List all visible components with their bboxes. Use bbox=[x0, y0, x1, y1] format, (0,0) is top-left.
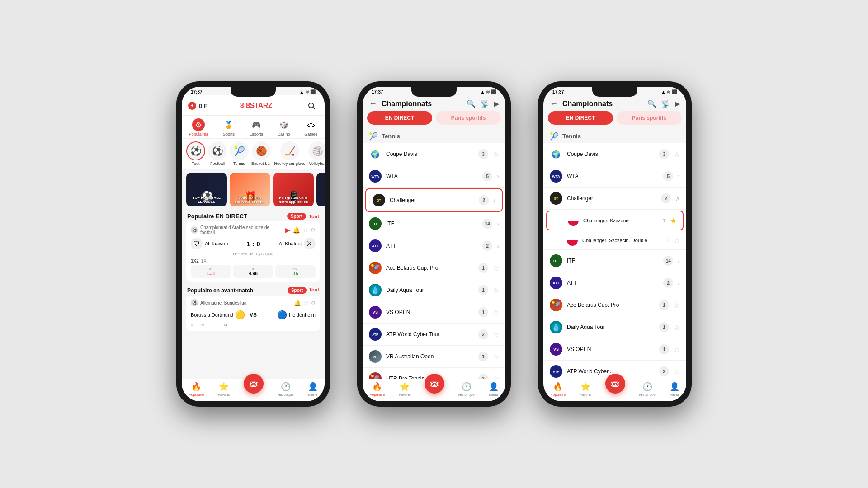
avant-badge-sport[interactable]: Sport bbox=[288, 287, 307, 294]
nav-casino[interactable]: 🎲 Casino bbox=[278, 118, 290, 136]
bn3-favoris[interactable]: ⭐ Favoris bbox=[580, 382, 591, 397]
league-vr-2[interactable]: VR VR Australian Open 1 ☆ bbox=[363, 346, 505, 368]
sub-challenger-szczecin[interactable]: Challenger. Szczecin 1 ★ bbox=[546, 211, 684, 230]
ace-star-2[interactable]: ☆ bbox=[493, 264, 499, 272]
league-wta-3[interactable]: WTA WTA 5 › bbox=[543, 165, 686, 188]
bn-coupon[interactable]: 🎟 bbox=[244, 374, 264, 394]
vsopen-star-2[interactable]: ☆ bbox=[493, 308, 499, 317]
plus-icon[interactable]: + bbox=[188, 102, 196, 110]
banner-free-bet[interactable]: 📱 Pari gratuit dansnotre application bbox=[273, 173, 314, 206]
audio-icon-2[interactable]: 📡 bbox=[480, 99, 489, 108]
itf-chevron-3[interactable]: › bbox=[678, 257, 680, 264]
back-button-2[interactable]: ← bbox=[369, 99, 377, 108]
league-ace-3[interactable]: 🎾 Ace Belarus Cup. Pro 1 ☆ bbox=[543, 294, 686, 316]
pill-basketball[interactable]: 🏀 Basket-ball bbox=[251, 141, 272, 166]
pill-tout[interactable]: ⚽ Tout bbox=[186, 141, 205, 166]
pill-tennis[interactable]: 🎾 Tennis bbox=[230, 141, 249, 166]
nav-esports[interactable]: 🎮 Esports bbox=[249, 118, 263, 136]
league-itf-2[interactable]: ITF ITF 14 › bbox=[363, 213, 505, 235]
play-icon[interactable]: ▶ bbox=[285, 226, 290, 234]
league-challenger-3[interactable]: GT Challenger 2 ∧ bbox=[543, 188, 686, 210]
vr-star-2[interactable]: ☆ bbox=[493, 352, 499, 361]
nav-populaires[interactable]: ⚙ Populaires bbox=[189, 118, 208, 136]
bn2-coupon[interactable]: 🎟 bbox=[425, 374, 444, 394]
itf-chevron-2[interactable]: › bbox=[497, 220, 499, 227]
star-match-icon[interactable]: ☆ bbox=[302, 226, 308, 234]
bn2-favoris[interactable]: ⭐ Favoris bbox=[399, 382, 410, 397]
badge-tout[interactable]: Tout bbox=[309, 214, 319, 219]
back-button-3[interactable]: ← bbox=[550, 99, 558, 108]
bell-icon-2[interactable]: 🔔 bbox=[294, 300, 301, 306]
bn3-menu[interactable]: 👤 Menu bbox=[670, 382, 679, 397]
avant-badge-tout[interactable]: Tout bbox=[309, 287, 319, 294]
bn-favoris[interactable]: ⭐ Favoris bbox=[218, 382, 230, 397]
wta-chevron-3[interactable]: › bbox=[678, 173, 680, 180]
tab-paris-sportifs-3[interactable]: Paris sportifs bbox=[617, 111, 682, 125]
pill-hockey[interactable]: 🏒 Hockey sur glace bbox=[274, 141, 306, 166]
bn-populaire[interactable]: 🔥 Populaire bbox=[189, 382, 204, 397]
banner-top-leagues[interactable]: ⚽ TOP FOOTBALLLEAGUES bbox=[186, 173, 227, 206]
badge-sport[interactable]: Sport bbox=[287, 213, 306, 220]
league-daily-aqua-3[interactable]: 💧 Daily Aqua Tour 1 ☆ bbox=[543, 316, 686, 338]
bn-historique[interactable]: 🕐 Historique bbox=[278, 382, 294, 397]
gear-icon[interactable]: ⚙ bbox=[311, 227, 316, 233]
league-ace-2[interactable]: 🎾 Ace Belarus Cup. Pro 1 ☆ bbox=[363, 257, 505, 279]
pill-volleyball[interactable]: 🏐 Volleyball bbox=[308, 141, 325, 166]
aqua-star-3[interactable]: ☆ bbox=[674, 323, 680, 332]
gear-icon-2[interactable]: ⚙ bbox=[311, 300, 316, 306]
tab-en-direct-2[interactable]: EN DIRECT bbox=[367, 111, 432, 125]
wta-chevron-2[interactable]: › bbox=[497, 173, 499, 180]
coupe-davis-star-2[interactable]: ☆ bbox=[493, 150, 499, 159]
ace-star-3[interactable]: ☆ bbox=[674, 301, 680, 310]
bn2-populaire[interactable]: 🔥 Populaire bbox=[369, 382, 385, 397]
odd-v2[interactable]: V2 15 bbox=[275, 265, 316, 278]
league-coupe-davis-2[interactable]: 🌍 Coupe Davis 3 ☆ bbox=[363, 143, 505, 165]
bn3-populaire[interactable]: 🔥 Populaire bbox=[550, 382, 566, 397]
league-itf-3[interactable]: ITF ITF 14 › bbox=[543, 250, 686, 272]
league-daily-aqua-2[interactable]: 💧 Daily Aqua Tour 1 ☆ bbox=[363, 279, 505, 301]
challenger-chevron-2[interactable]: › bbox=[493, 197, 495, 204]
search-icon-3[interactable]: 🔍 bbox=[647, 99, 656, 108]
tab-en-direct-3[interactable]: EN DIRECT bbox=[548, 111, 613, 125]
sub-challenger-szczecin-double[interactable]: Challenger. Szczecin. Double 1 ☆ bbox=[543, 231, 686, 250]
challenger-szczecin-star[interactable]: ★ bbox=[670, 216, 676, 225]
nav-games[interactable]: 🕹 Games bbox=[304, 118, 317, 136]
challenger-chevron-up-3[interactable]: ∧ bbox=[675, 195, 680, 202]
odd-x[interactable]: X 4.98 bbox=[233, 265, 274, 278]
league-wta-2[interactable]: WTA WTA 5 › bbox=[363, 165, 505, 188]
bell-icon[interactable]: 🔔 bbox=[292, 226, 300, 234]
bn3-coupon[interactable]: 🎟 bbox=[605, 374, 625, 394]
banner-int[interactable]: Int bbox=[316, 173, 325, 206]
vsopen-star-3[interactable]: ☆ bbox=[674, 345, 680, 354]
tab-paris-sportifs-2[interactable]: Paris sportifs bbox=[436, 111, 501, 125]
league-vsopen-2[interactable]: VS VS OPEN 1 ☆ bbox=[363, 301, 505, 324]
star-match-2[interactable]: ☆ bbox=[303, 300, 309, 306]
banner-sixth-bet[interactable]: 🎁 Votre sixièmepari vous est off... bbox=[230, 173, 270, 206]
league-vsopen-3[interactable]: VS VS OPEN 1 ☆ bbox=[543, 338, 686, 361]
audio-icon-3[interactable]: 📡 bbox=[661, 99, 670, 108]
search-icon-2[interactable]: 🔍 bbox=[467, 99, 476, 108]
att-chevron-3[interactable]: › bbox=[678, 279, 680, 286]
league-coupe-davis-3[interactable]: 🌍 Coupe Davis 3 ☆ bbox=[543, 143, 686, 165]
atp-star-2[interactable]: ☆ bbox=[493, 330, 499, 339]
video-icon-2[interactable]: ▶ bbox=[494, 99, 499, 108]
bn2-historique[interactable]: 🕐 Historique bbox=[458, 382, 475, 397]
video-icon-3[interactable]: ▶ bbox=[675, 99, 680, 108]
league-challenger-2[interactable]: GT Challenger 2 › bbox=[365, 188, 503, 212]
league-atp-2[interactable]: ATP ATP World Cyber Tour 2 ☆ bbox=[363, 324, 505, 346]
bn3-historique[interactable]: 🕐 Historique bbox=[639, 382, 656, 397]
aqua-star-2[interactable]: ☆ bbox=[493, 286, 499, 295]
nav-sports[interactable]: 🏅 Sports bbox=[222, 118, 235, 136]
att-chevron-2[interactable]: › bbox=[497, 242, 499, 249]
bn2-menu[interactable]: 👤 Menu bbox=[489, 382, 499, 397]
search-button[interactable] bbox=[305, 99, 318, 113]
bn-menu[interactable]: 👤 Menu bbox=[308, 382, 318, 397]
utr-star-2[interactable]: ☆ bbox=[493, 375, 499, 379]
odd-v1[interactable]: V1 1.31 bbox=[191, 265, 231, 278]
league-att-3[interactable]: ATT ATT 2 › bbox=[543, 272, 686, 294]
coupe-davis-star-3[interactable]: ☆ bbox=[674, 150, 680, 159]
league-att-2[interactable]: ATT ATT 2 › bbox=[363, 235, 505, 257]
challenger-szczecin-double-star[interactable]: ☆ bbox=[674, 236, 680, 245]
pill-football[interactable]: ⚽ Football bbox=[208, 141, 227, 166]
atp-star-3[interactable]: ☆ bbox=[674, 367, 680, 376]
